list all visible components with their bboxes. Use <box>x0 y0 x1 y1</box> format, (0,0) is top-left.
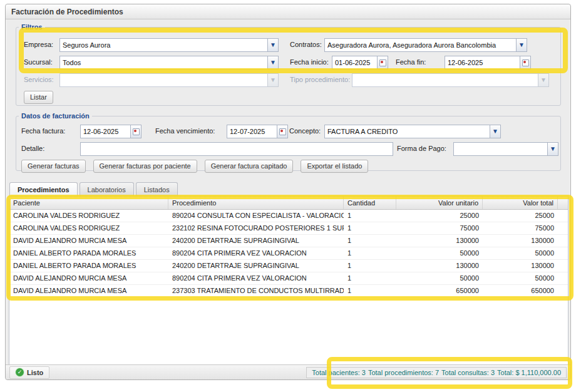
table-row[interactable]: CAROLINA VALDES RODRIGUEZ890204 CONSULTA… <box>9 210 568 222</box>
calendar-icon <box>279 128 286 135</box>
chevron-down-icon: ▼ <box>270 59 276 66</box>
table-cell: 890204 CITA PRIMERA VEZ VALORACION <box>168 272 344 284</box>
fecha-fin-datefield[interactable] <box>445 56 531 70</box>
fecha-inicio-input[interactable] <box>332 56 377 70</box>
table-row[interactable]: DAVID ALEJANDRO MURCIA MESA240200 DETART… <box>9 235 568 247</box>
fecha-inicio-calendar-trigger[interactable] <box>377 56 388 70</box>
table-cell: CAROLINA VALDES RODRIGUEZ <box>9 210 168 222</box>
table-cell: DANIEL ALBERTO PARADA MORALES <box>9 247 168 259</box>
table-cell: 237303 TRATAMIENTO DE CONDUCTOS MULTIRRA… <box>168 285 344 297</box>
tab-procedimientos[interactable]: Procedimientos <box>9 182 78 197</box>
empresa-combo[interactable]: ▼ <box>59 38 279 52</box>
generar-facturas-button[interactable]: Generar facturas <box>21 160 86 173</box>
table-cell: 1 <box>344 247 396 259</box>
contratos-combo[interactable]: ▼ <box>324 38 527 52</box>
grid-header[interactable]: PacienteProcedimientoCantidadValor unita… <box>9 197 568 210</box>
totals-summary: Total pacientes: 3Total procedimientos: … <box>306 367 567 378</box>
fecha-fin-input[interactable] <box>445 56 520 70</box>
fecha-vencimiento-input[interactable] <box>227 125 277 138</box>
sucursal-dropdown-trigger[interactable]: ▼ <box>267 56 279 70</box>
empresa-dropdown-trigger[interactable]: ▼ <box>267 38 279 52</box>
fecha-fin-calendar-trigger[interactable] <box>520 56 531 70</box>
contratos-label: Contratos: <box>290 41 322 48</box>
exportar-listado-button[interactable]: Exportar el listado <box>301 160 368 173</box>
chevron-down-icon: ▼ <box>518 42 525 48</box>
fecha-vencimiento-datefield[interactable] <box>227 125 288 138</box>
detalle-field[interactable] <box>80 142 393 156</box>
forma-pago-dropdown-trigger[interactable]: ▼ <box>547 142 558 156</box>
tipo-procedimiento-combo[interactable]: ▼ <box>352 73 549 87</box>
contratos-dropdown-trigger[interactable]: ▼ <box>516 38 527 52</box>
tab-listados[interactable]: Listados <box>136 182 178 197</box>
empresa-label: Empresa: <box>24 41 53 48</box>
tipo-procedimiento-input[interactable] <box>352 73 538 87</box>
grid-body: CAROLINA VALDES RODRIGUEZ890204 CONSULTA… <box>9 210 568 297</box>
table-cell: 240200 DETARTRAJE SUPRAGINGIVAL <box>168 235 344 247</box>
generar-factura-capitado-button[interactable]: Generar factura capitado <box>205 160 294 173</box>
fecha-inicio-datefield[interactable] <box>332 56 388 70</box>
fecha-vencimiento-label: Fecha vencimiento: <box>155 127 215 135</box>
table-cell: DANIEL ALBERTO PARADA MORALES <box>9 260 168 272</box>
empresa-input[interactable] <box>59 38 267 52</box>
forma-pago-combo[interactable]: ▼ <box>453 142 558 156</box>
procedures-grid: PacienteProcedimientoCantidadValor unita… <box>9 196 568 365</box>
generar-facturas-por-paciente-button[interactable]: Generar facturas por paciente <box>93 160 197 173</box>
filters-fieldset: Filtros Empresa: ▼ Contratos: ▼ Sucursal… <box>16 23 561 106</box>
status-bar: ✓ Listo Total pacientes: 3Total procedim… <box>6 364 570 379</box>
tipo-procedimiento-dropdown-trigger[interactable]: ▼ <box>538 73 549 87</box>
total-segment: Total procedimientos: 7 <box>368 369 439 376</box>
table-cell: 75000 <box>396 222 483 234</box>
total-segment: Total pacientes: 3 <box>312 369 366 376</box>
calendar-icon <box>379 59 386 66</box>
column-header[interactable]: Paciente <box>9 197 168 209</box>
table-cell: 232102 RESINA FOTOCURADO POSTERIORES 1 S… <box>168 222 344 234</box>
fecha-factura-label: Fecha factura: <box>21 127 65 135</box>
table-row[interactable]: DANIEL ALBERTO PARADA MORALES890204 CITA… <box>9 247 568 260</box>
fecha-vencimiento-calendar-trigger[interactable] <box>277 125 288 138</box>
billing-buttons-row: Generar facturas Generar facturas por pa… <box>21 160 368 173</box>
sucursal-combo[interactable]: ▼ <box>59 56 279 70</box>
contratos-input[interactable] <box>324 38 516 52</box>
check-circle-icon: ✓ <box>16 368 24 376</box>
table-row[interactable]: DAVID ALEJANDRO MURCIA MESA237303 TRATAM… <box>9 285 568 297</box>
fecha-factura-datefield[interactable] <box>80 125 141 138</box>
detalle-label: Detalle: <box>21 145 44 152</box>
table-cell: 50000 <box>483 247 558 259</box>
calendar-icon <box>522 59 529 66</box>
servicios-dropdown-trigger[interactable]: ▼ <box>267 73 279 87</box>
status-text: Listo <box>27 369 43 376</box>
table-row[interactable]: CAROLINA VALDES RODRIGUEZ232102 RESINA F… <box>9 222 568 235</box>
column-header[interactable]: Valor total <box>483 197 558 209</box>
table-row[interactable]: DANIEL ALBERTO PARADA MORALES240200 DETA… <box>9 260 568 272</box>
billing-legend: Datos de facturación <box>19 112 92 120</box>
listar-button[interactable]: Listar <box>24 91 53 104</box>
column-header[interactable]: Cantidad <box>344 197 396 209</box>
table-cell: 50000 <box>483 272 558 284</box>
servicios-combo[interactable]: ▼ <box>59 73 279 87</box>
table-cell: 130000 <box>483 235 558 247</box>
table-cell: 25000 <box>483 210 558 222</box>
chevron-down-icon: ▼ <box>492 128 498 135</box>
table-cell: 130000 <box>396 260 483 272</box>
table-cell: DAVID ALEJANDRO MURCIA MESA <box>9 285 168 297</box>
column-header[interactable]: Valor unitario <box>396 197 483 209</box>
fecha-factura-calendar-trigger[interactable] <box>130 125 141 138</box>
status-cell: ✓ Listo <box>9 366 49 379</box>
column-header[interactable]: Procedimiento <box>168 197 344 209</box>
table-row[interactable]: DAVID ALEJANDRO MURCIA MESA890204 CITA P… <box>9 272 568 285</box>
forma-pago-input[interactable] <box>453 142 547 156</box>
concepto-dropdown-trigger[interactable]: ▼ <box>490 125 501 138</box>
detalle-input[interactable] <box>80 142 393 156</box>
tab-laboratorios[interactable]: Laboratorios <box>80 182 134 197</box>
concepto-label: Concepto: <box>289 127 321 135</box>
servicios-input[interactable] <box>59 73 267 87</box>
fecha-factura-input[interactable] <box>80 125 130 138</box>
table-cell: 130000 <box>483 260 558 272</box>
table-cell: 75000 <box>483 222 558 234</box>
chevron-down-icon: ▼ <box>540 77 547 83</box>
servicios-label: Servicios: <box>24 76 54 83</box>
concepto-combo[interactable]: ▼ <box>324 125 501 138</box>
sucursal-input[interactable] <box>59 56 267 70</box>
table-cell: CAROLINA VALDES RODRIGUEZ <box>9 222 168 234</box>
concepto-input[interactable] <box>324 125 490 138</box>
